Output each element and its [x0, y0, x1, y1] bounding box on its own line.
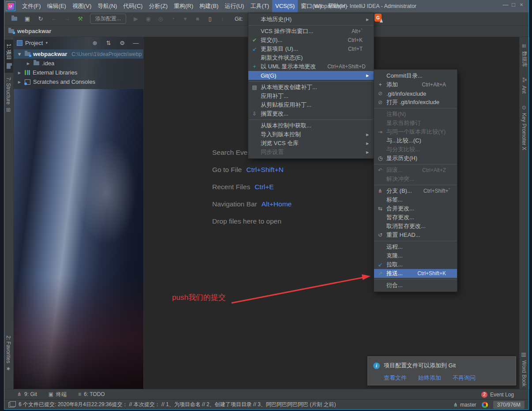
menu-item-push[interactable]: ↗ 推送... Ctrl+Shift+K: [374, 269, 457, 278]
menu-item-refresh-file-status[interactable]: 刷新文件状态(E): [248, 53, 374, 62]
open-icon[interactable]: [10, 15, 18, 23]
menu-item-local-history[interactable]: 本地历史(H): [248, 15, 374, 24]
settings-gear-icon[interactable]: ⚙: [118, 38, 126, 47]
breadcrumb-project[interactable]: webpackwar: [17, 28, 51, 34]
profiler-icon[interactable]: ◔: [169, 15, 177, 23]
menu-item-git[interactable]: Git(G): [248, 71, 374, 80]
close-button[interactable]: ×: [517, 0, 525, 9]
tool-tab-terminal[interactable]: ▣ 终端: [49, 391, 67, 398]
menu-build[interactable]: 构建(B): [196, 0, 221, 12]
menu-item-annotate[interactable]: 注释(N): [374, 110, 457, 119]
menu-item-apply-patch[interactable]: 应用补丁...: [248, 92, 374, 101]
stripe-tab-key-promoter[interactable]: ⊙ Key Promoter X: [520, 101, 529, 154]
menu-item-compare-with-branch[interactable]: 与分支比较...: [374, 145, 457, 154]
menu-item-pull[interactable]: ↙ 拉取...: [374, 260, 457, 269]
device-icon[interactable]: ▯: [206, 15, 214, 23]
git-branch-widget[interactable]: master: [453, 402, 476, 408]
menu-tools[interactable]: 工具(T): [247, 0, 272, 12]
locate-icon[interactable]: ⊕: [91, 38, 99, 47]
menu-item-compare-with[interactable]: 与...比较...(C): [374, 136, 457, 145]
floating-capture-tool-icon[interactable]: G: [375, 14, 382, 22]
download-icon[interactable]: ↓: [218, 15, 226, 23]
menu-item-vcs-operations-popup[interactable]: VCS 操作弹出窗口... Alt+`: [248, 27, 374, 36]
coverage-icon[interactable]: ◎: [157, 15, 165, 23]
add-configuration-button[interactable]: 添加配置...: [90, 14, 126, 24]
menu-item-commit[interactable]: ✔ 提交(I)... Ctrl+K: [248, 36, 374, 45]
forward-icon[interactable]: →: [63, 15, 71, 23]
stripe-tab-project[interactable]: 1: 项目: [4, 40, 13, 73]
save-icon[interactable]: ▣: [23, 15, 31, 23]
menu-item-remotes[interactable]: 远程...: [374, 243, 457, 251]
menu-item-sync-settings[interactable]: 同步设置: [248, 148, 374, 157]
project-panel-title[interactable]: Project: [25, 40, 43, 46]
stripe-tab-structure[interactable]: 7: Structure ⊞: [4, 73, 13, 116]
tool-tab-git[interactable]: ⋔ 9: Git: [17, 391, 37, 398]
stripe-tab-word-book[interactable]: ▤ Word Book: [520, 348, 529, 390]
menu-item-browse-vcs-repo[interactable]: 浏览 VCS 仓库: [248, 139, 374, 148]
menu-item-update-project[interactable]: ↙ 更新项目 (U)... Ctrl+T: [248, 45, 374, 53]
chevron-collapsed-icon[interactable]: [17, 69, 22, 76]
menu-item-branches[interactable]: ⋔ 分支 (B)... Ctrl+Shift+`: [374, 187, 457, 195]
google-icon[interactable]: [482, 402, 488, 408]
menu-item-stash-changes[interactable]: 暂存更改...: [374, 213, 457, 222]
menu-run[interactable]: 运行(U): [221, 0, 247, 12]
dropdown-caret-icon[interactable]: ▾: [181, 15, 189, 23]
tree-item-external-libraries[interactable]: External Libraries: [13, 68, 143, 77]
chevron-expanded-icon[interactable]: [17, 51, 22, 57]
menu-file[interactable]: 文件(F): [19, 0, 44, 12]
sync-icon[interactable]: ↻: [37, 15, 45, 23]
menu-item-import-into-vcs[interactable]: 导入到版本控制: [248, 130, 374, 139]
menu-item-show-current-revision[interactable]: 显示当前修订: [374, 119, 457, 127]
menu-item-unstash-changes[interactable]: 取消暂存更改...: [374, 222, 457, 231]
tree-item-project-root[interactable]: webpackwar C:\Users\1\IdeaProjects\webp: [13, 49, 143, 59]
always-add-link[interactable]: 始终添加: [418, 374, 441, 382]
menu-item-resolve-conflicts[interactable]: 解决冲突...: [374, 175, 457, 183]
menu-item-commit-directory[interactable]: Commit目录...: [374, 71, 457, 80]
menu-analyze[interactable]: 分析(Z): [146, 0, 171, 12]
dont-ask-again-link[interactable]: 不再询问: [453, 374, 476, 382]
maximize-button[interactable]: □: [510, 0, 517, 9]
tree-item-scratches[interactable]: Scratches and Consoles: [13, 77, 143, 86]
toggle-toolwindows-icon[interactable]: [8, 402, 15, 407]
menu-view[interactable]: 视图(V): [69, 0, 94, 12]
menu-vcs[interactable]: VCS(S): [272, 0, 298, 12]
menu-item-merge-changes[interactable]: ⇆ 合并更改...: [374, 204, 457, 213]
menu-navigate[interactable]: 导航(N): [94, 0, 120, 12]
menu-item-compare-same-repo[interactable]: ⇥ 与同一个版本库比较(Y): [374, 127, 457, 136]
menu-item-clone[interactable]: 克隆...: [374, 251, 457, 260]
memory-indicator[interactable]: 370/976M: [493, 401, 525, 409]
menu-edit[interactable]: 编辑(E): [44, 0, 69, 12]
menu-item-show-changes-uml[interactable]: + 以 UML 显示本地更改 Ctrl+Alt+Shift+D: [248, 62, 374, 71]
menu-item-add[interactable]: + 添加 Ctrl+Alt+A: [374, 80, 457, 89]
hide-panel-icon[interactable]: —: [132, 38, 140, 47]
menu-refactor[interactable]: 重构(R): [171, 0, 196, 12]
menu-item-get-from-vcs[interactable]: 从版本控制中获取...: [248, 121, 374, 130]
run-icon[interactable]: ▶: [132, 15, 140, 23]
chevron-collapsed-icon[interactable]: [26, 60, 31, 67]
menu-item-open-git-exclude[interactable]: ⊘ 打开 .git/info/exclude: [374, 98, 457, 107]
minimize-button[interactable]: —: [502, 0, 510, 9]
tool-tab-todo[interactable]: ≡ 6: TODO: [78, 391, 105, 398]
menu-item-shelve-changes[interactable]: ⇩ 搁置更改...: [248, 109, 374, 118]
stripe-tab-ant[interactable]: ⁂ Ant: [520, 73, 529, 97]
event-log-widget[interactable]: 2 Event Log: [481, 389, 514, 400]
stripe-tab-favorites[interactable]: 2: Favorites ★: [4, 332, 13, 375]
menu-item-rollback[interactable]: ↶ 回滚... Ctrl+Alt+Z: [374, 166, 457, 175]
menu-item-create-patch[interactable]: ▤ 从本地更改创建补丁...: [248, 83, 374, 92]
menu-code[interactable]: 代码(C): [120, 0, 146, 12]
stop-icon[interactable]: ■: [194, 15, 202, 23]
stripe-tab-database[interactable]: ≣ 数据库: [520, 40, 529, 71]
menu-item-apply-patch-clipboard[interactable]: 从剪贴板应用补丁...: [248, 101, 374, 109]
chevron-collapsed-icon[interactable]: [17, 78, 22, 85]
chevron-down-icon[interactable]: ▾: [45, 41, 48, 45]
back-icon[interactable]: ←: [50, 15, 58, 23]
menu-item-reset-head[interactable]: ↺ 重置 HEAD...: [374, 231, 457, 239]
tree-item-idea-folder[interactable]: .idea: [13, 59, 143, 68]
view-files-link[interactable]: 查看文件: [384, 374, 407, 382]
menu-item-rebase[interactable]: 衍合...: [374, 281, 457, 290]
collapse-all-icon[interactable]: ⇅: [105, 38, 112, 47]
menu-item-show-history[interactable]: ◷ 显示历史(H): [374, 154, 457, 163]
menu-item-git-exclude[interactable]: ⊘ .git/info/exclude: [374, 89, 457, 98]
debug-icon[interactable]: ◉: [144, 15, 152, 23]
menu-item-tag[interactable]: 标签...: [374, 195, 457, 204]
